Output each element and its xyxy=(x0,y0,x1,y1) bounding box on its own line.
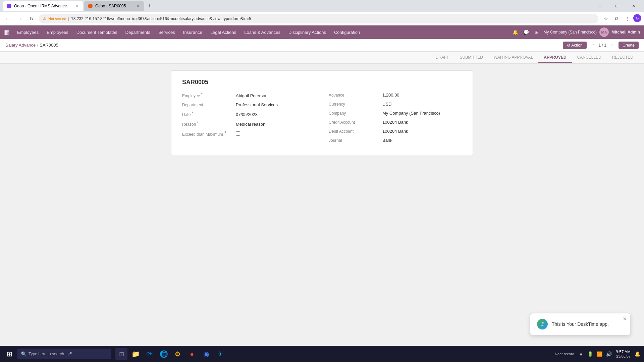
action-bar: Salary Advance / SAR0005 ⚙ Action ‹ 1 / … xyxy=(0,39,644,52)
form-card: SAR0005 Employee * Abigail Peterson Depa… xyxy=(171,70,473,155)
nav-loans-advances[interactable]: Loans & Advances xyxy=(241,28,284,37)
search-icon: 🔍 xyxy=(21,351,26,357)
currency-value: USD xyxy=(382,102,391,107)
volume-icon[interactable]: 🔊 xyxy=(605,350,613,358)
status-draft[interactable]: DRAFT xyxy=(430,52,454,63)
settings-icon[interactable]: ⋮ xyxy=(623,14,632,23)
nav-disciplinary-actions[interactable]: Disciplinary Actions xyxy=(285,28,329,37)
user-avatar[interactable]: MA xyxy=(599,27,609,37)
desktime-close-button[interactable]: ✕ xyxy=(623,316,627,321)
next-page-button[interactable]: › xyxy=(608,41,616,49)
reason-row: Reason * Medical reason xyxy=(182,121,315,127)
credit-account-value: 100204 Bank xyxy=(382,120,408,125)
tab-1[interactable]: Odoo - Open HRMS Advance Sa... ✕ xyxy=(3,1,83,11)
wifi-icon[interactable]: 📶 xyxy=(596,350,604,358)
profile-avatar[interactable]: G xyxy=(633,14,641,22)
clock-date: 23/06/07 xyxy=(616,354,631,358)
form-grid: Employee * Abigail Peterson Department P… xyxy=(182,93,462,147)
chevron-up-icon[interactable]: ∧ xyxy=(577,350,585,358)
nav-legal-actions[interactable]: Legal Actions xyxy=(207,28,239,37)
extensions-icon[interactable]: ⧉ xyxy=(612,14,621,23)
back-button[interactable]: ← xyxy=(3,14,12,23)
pagination: ‹ 1 / 1 › xyxy=(589,41,616,49)
app-icon-5[interactable]: ⚙ xyxy=(172,348,184,360)
app-icon-8[interactable]: ✈ xyxy=(214,348,226,360)
department-label: Department xyxy=(182,103,236,107)
company-label: Company xyxy=(329,111,382,116)
maximize-button[interactable]: □ xyxy=(609,0,625,12)
address-bar[interactable]: ⚠ Not secure | 13.232.216.157:8216/web#m… xyxy=(39,14,598,23)
tab-2[interactable]: Odoo - SAR0005 ✕ xyxy=(84,1,144,11)
breadcrumb-parent[interactable]: Salary Advance xyxy=(5,43,36,48)
taskbar-clock[interactable]: 9:57 AM 23/06/07 xyxy=(616,350,631,358)
advance-value: 1,200.00 xyxy=(382,93,399,98)
bell-icon[interactable]: 🔔 xyxy=(511,28,519,36)
tab-close-1[interactable]: ✕ xyxy=(74,3,79,9)
advance-row: Advance 1,200.00 xyxy=(329,93,462,98)
nav-departments[interactable]: Departments xyxy=(122,28,154,37)
employee-label: Employee * xyxy=(182,93,236,98)
form-left-column: Employee * Abigail Peterson Department P… xyxy=(182,93,315,147)
status-rejected[interactable]: REJECTED xyxy=(607,52,639,63)
journal-row: Journal Bank xyxy=(329,138,462,143)
status-approved[interactable]: APPROVED xyxy=(538,52,572,63)
status-waiting-approval[interactable]: WAITING APPROVAL xyxy=(488,52,538,63)
status-submitted[interactable]: SUBMITTED xyxy=(454,52,488,63)
close-button[interactable]: ✕ xyxy=(626,0,641,12)
tab-close-2[interactable]: ✕ xyxy=(135,3,140,9)
refresh-button[interactable]: ↻ xyxy=(27,14,36,23)
notification-icon[interactable]: 🔔 xyxy=(633,350,641,358)
breadcrumb[interactable]: Salary Advance / SAR0005 xyxy=(5,43,58,48)
taskbar-search-bar[interactable]: 🔍 Type here to search 🎤 xyxy=(17,349,111,359)
forward-button[interactable]: → xyxy=(15,14,24,23)
taskbar: ⊞ 🔍 Type here to search 🎤 ⊡ 📁 🛍 🌐 ⚙ ● ◉ … xyxy=(0,346,644,362)
taskbar-search-placeholder: Type here to search xyxy=(29,352,64,356)
exceed-checkbox[interactable] xyxy=(236,131,240,136)
breadcrumb-separator: / xyxy=(37,43,38,48)
odoo-logo[interactable]: ▦ xyxy=(4,28,10,36)
company-row: Company My Company (San Francisco) xyxy=(329,111,462,116)
task-view-icon[interactable]: ⊡ xyxy=(115,348,127,360)
browser-icon[interactable]: 🌐 xyxy=(158,348,170,360)
journal-value: Bank xyxy=(382,138,392,143)
credit-account-row: Credit Account 100204 Bank xyxy=(329,120,462,125)
store-icon[interactable]: 🛍 xyxy=(144,348,156,360)
reason-value: Medical reason xyxy=(236,122,265,127)
date-row: Date * 07/05/2023 xyxy=(182,111,315,117)
chat-icon[interactable]: 💬 xyxy=(522,28,530,36)
new-tab-button[interactable]: + xyxy=(145,1,154,11)
prev-page-button[interactable]: ‹ xyxy=(589,41,597,49)
desktime-message: This is Your DeskTime app. xyxy=(552,321,609,327)
nav-configuration[interactable]: Configuration xyxy=(331,28,363,37)
journal-label: Journal xyxy=(329,138,382,143)
taskbar-app-icons: ⊡ 📁 🛍 🌐 ⚙ ● ◉ ✈ xyxy=(115,348,226,360)
department-row: Department Professional Services xyxy=(182,102,315,107)
exceed-row: Exceed than Maximum ? xyxy=(182,131,315,137)
nav-employees-1[interactable]: Employees xyxy=(14,28,42,37)
nav-services[interactable]: Services xyxy=(155,28,178,37)
taskbar-right: Near record ∧ 🔋 📶 🔊 9:57 AM 23/06/07 🔔 xyxy=(555,350,641,358)
action-button[interactable]: ⚙ Action xyxy=(563,42,587,49)
chrome-icon[interactable]: ◉ xyxy=(200,348,212,360)
form-right-column: Advance 1,200.00 Currency USD Company My… xyxy=(329,93,462,147)
company-name: My Company (San Francisco) xyxy=(543,30,597,35)
start-button[interactable]: ⊞ xyxy=(3,347,16,361)
nav-employees-2[interactable]: Employees xyxy=(43,28,71,37)
bookmark-icon[interactable]: ☆ xyxy=(601,14,610,23)
nav-insurance[interactable]: Insurance xyxy=(180,28,206,37)
status-cancelled[interactable]: CANCELLED xyxy=(572,52,607,63)
apps-icon[interactable]: ⊞ xyxy=(533,28,541,36)
company-value: My Company (San Francisco) xyxy=(382,111,440,116)
date-value: 07/05/2023 xyxy=(236,112,258,117)
debit-account-value: 100204 Bank xyxy=(382,129,408,134)
minimize-button[interactable]: ─ xyxy=(592,0,608,12)
nav-document-templates[interactable]: Document Templates xyxy=(73,28,121,37)
employee-value: Abigail Peterson xyxy=(236,93,268,98)
create-button[interactable]: Create xyxy=(619,42,639,49)
tab-favicon-2 xyxy=(88,4,93,8)
file-explorer-icon[interactable]: 📁 xyxy=(129,348,142,360)
app-icon-6[interactable]: ● xyxy=(186,348,198,360)
tab-title-2: Odoo - SAR0005 xyxy=(95,4,132,8)
clock-time: 9:57 AM xyxy=(616,350,631,354)
battery-icon[interactable]: 🔋 xyxy=(586,350,594,358)
